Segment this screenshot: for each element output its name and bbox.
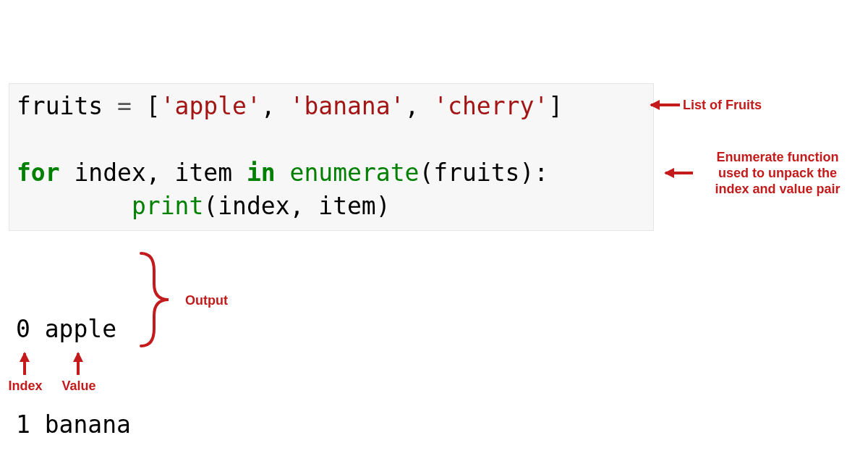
code-token-comma1: ,	[261, 92, 290, 120]
code-token-str3: 'cherry'	[433, 92, 548, 120]
code-line-3: for index, item in enumerate(fruits):	[17, 156, 646, 190]
anno-enumerate: Enumerate function used to unpack the in…	[700, 149, 855, 197]
code-token-indent	[17, 192, 132, 220]
code-token-arg: fruits	[433, 159, 519, 187]
code-token-assign: =	[103, 92, 146, 120]
code-token-sp	[60, 159, 75, 187]
anno-output: Output	[185, 292, 243, 308]
code-token-comma: ,	[290, 192, 319, 220]
code-token-arg1: index	[218, 192, 289, 220]
code-token-arg2: item	[318, 192, 375, 220]
output-row: 0 apple	[16, 313, 131, 345]
output-row: 1 banana	[16, 409, 131, 441]
anno-list-of-fruits: List of Fruits	[683, 97, 784, 113]
code-token-in: in	[247, 159, 276, 187]
arrow-up-icon	[77, 353, 80, 375]
code-token-lparen: (	[203, 192, 218, 220]
code-token-item: item	[175, 159, 232, 187]
output-index: 0	[16, 315, 30, 343]
output-index: 1	[16, 410, 30, 439]
code-block: fruits = ['apple', 'banana', 'cherry'] f…	[9, 83, 654, 231]
code-line-blank	[17, 123, 646, 156]
code-token-lparen: (	[419, 159, 433, 187]
code-line-1: fruits = ['apple', 'banana', 'cherry']	[17, 90, 646, 123]
output-value: banana	[45, 410, 131, 439]
code-token-for: for	[17, 159, 60, 187]
code-token-rparen: )	[376, 192, 391, 220]
code-token-comma2: ,	[404, 92, 433, 120]
code-token-comma: ,	[146, 159, 175, 187]
diagram-canvas: fruits = ['apple', 'banana', 'cherry'] f…	[0, 0, 868, 456]
anno-index: Index	[7, 378, 43, 394]
code-token-index: index	[74, 159, 145, 187]
arrow-left-icon	[665, 172, 693, 174]
curly-brace-icon	[137, 249, 174, 350]
output-value: apple	[45, 315, 116, 343]
code-token-sp	[276, 159, 290, 187]
code-line-4: print(index, item)	[17, 190, 646, 223]
code-token-colon: :	[534, 159, 548, 187]
code-token-lbracket: [	[146, 92, 161, 120]
code-token-enumerate: enumerate	[290, 159, 420, 187]
code-token-print: print	[132, 192, 203, 220]
code-token-rbracket: ]	[548, 92, 563, 120]
code-token-rparen: )	[519, 159, 534, 187]
arrow-up-icon	[23, 353, 26, 375]
code-token-var: fruits	[17, 92, 103, 120]
code-token-str1: 'apple'	[161, 92, 261, 120]
arrow-left-icon	[651, 104, 680, 106]
anno-value: Value	[61, 378, 97, 394]
code-token-str2: 'banana'	[290, 92, 405, 120]
code-token-sp	[232, 159, 247, 187]
